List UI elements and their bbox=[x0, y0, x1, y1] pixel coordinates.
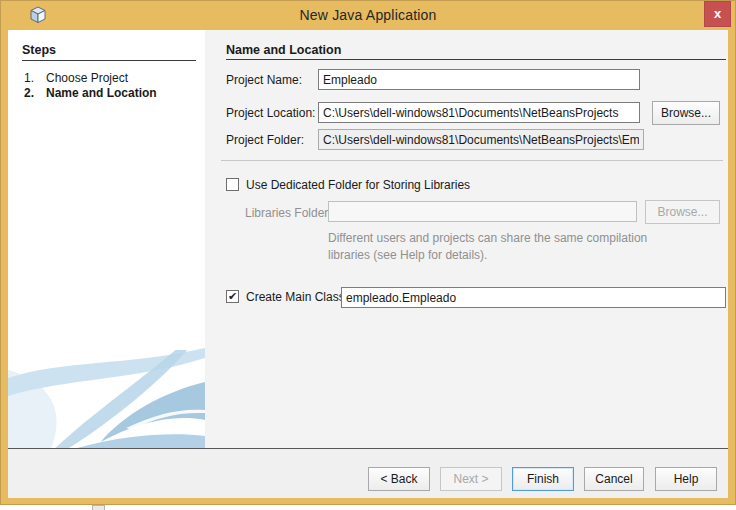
cancel-button[interactable]: Cancel bbox=[584, 467, 644, 491]
libraries-hint-line2: libraries (see Help for details). bbox=[328, 248, 487, 262]
section-separator bbox=[221, 160, 723, 161]
step-number: 1. bbox=[24, 71, 34, 85]
wizard-swoosh-graphic bbox=[8, 348, 205, 448]
project-name-label: Project Name: bbox=[226, 73, 302, 87]
main-class-input[interactable] bbox=[341, 287, 726, 308]
step-label: Choose Project bbox=[46, 71, 128, 85]
steps-panel: Steps 1. Choose Project 2. Name and Loca… bbox=[8, 30, 205, 448]
step-label: Name and Location bbox=[46, 86, 157, 100]
project-location-label: Project Location: bbox=[226, 106, 315, 120]
libraries-folder-label: Libraries Folder: bbox=[245, 206, 332, 220]
dedicated-folder-label: Use Dedicated Folder for Storing Librari… bbox=[246, 178, 470, 192]
steps-heading: Steps bbox=[22, 43, 56, 57]
help-button[interactable]: Help bbox=[655, 467, 717, 491]
libraries-folder-browse-button: Browse... bbox=[645, 200, 720, 224]
step-number: 2. bbox=[24, 86, 34, 100]
finish-button[interactable]: Finish bbox=[512, 467, 574, 491]
new-java-application-dialog: New Java Application x Steps 1. Choose P… bbox=[0, 0, 736, 505]
project-folder-input bbox=[318, 129, 644, 150]
checkmark-icon: ✔ bbox=[228, 290, 237, 302]
project-location-input[interactable] bbox=[318, 102, 640, 123]
step-item-name-and-location: 2. Name and Location bbox=[24, 86, 200, 101]
steps-heading-rule bbox=[22, 60, 196, 61]
form-heading-rule bbox=[226, 59, 726, 60]
button-bar: < Back Next > Finish Cancel Help bbox=[8, 449, 728, 498]
window-title: New Java Application bbox=[0, 7, 736, 23]
close-icon[interactable]: x bbox=[704, 1, 731, 27]
titlebar[interactable]: New Java Application x bbox=[0, 0, 736, 30]
create-main-class-checkbox[interactable]: ✔ bbox=[226, 290, 239, 303]
dedicated-folder-checkbox[interactable] bbox=[226, 178, 239, 191]
step-item-choose-project: 1. Choose Project bbox=[24, 71, 200, 86]
next-button: Next > bbox=[440, 467, 502, 491]
back-button[interactable]: < Back bbox=[368, 467, 430, 491]
dialog-content: Steps 1. Choose Project 2. Name and Loca… bbox=[8, 30, 728, 448]
form-heading: Name and Location bbox=[226, 43, 341, 57]
libraries-hint-line1: Different users and projects can share t… bbox=[328, 231, 647, 245]
screen: New Java Application x Steps 1. Choose P… bbox=[0, 0, 736, 510]
project-folder-label: Project Folder: bbox=[226, 133, 304, 147]
project-location-browse-button[interactable]: Browse... bbox=[652, 101, 720, 125]
background-window-fragment bbox=[92, 505, 105, 510]
form-panel: Name and Location Project Name: Project … bbox=[205, 30, 728, 448]
project-name-input[interactable] bbox=[318, 69, 640, 90]
create-main-class-label: Create Main Class bbox=[246, 290, 345, 304]
desktop-background bbox=[0, 505, 736, 510]
libraries-folder-input bbox=[328, 201, 637, 222]
